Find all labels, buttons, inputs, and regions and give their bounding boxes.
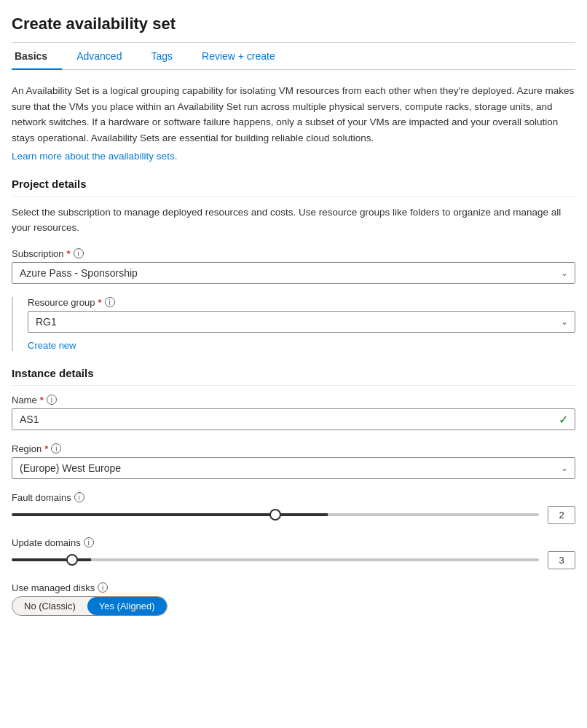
name-input-wrapper: ✓ [12, 408, 575, 430]
tabs-container: Basics Advanced Tags Review + create [12, 43, 575, 70]
update-domains-info-icon[interactable]: i [84, 537, 94, 547]
managed-disks-field-group: Use managed disks i No (Classic) Yes (Al… [12, 582, 575, 616]
availability-set-description: An Availability Set is a logical groupin… [12, 83, 575, 146]
fault-domains-field-group: Fault domains i 2 [12, 492, 575, 524]
resource-group-info-icon[interactable]: i [105, 297, 115, 307]
project-details-description: Select the subscription to manage deploy… [12, 205, 575, 235]
page-title: Create availability set [12, 15, 575, 33]
name-field-group: Name * i ✓ [12, 395, 575, 430]
region-select[interactable]: (Europe) West Europe [12, 457, 575, 479]
update-domains-slider[interactable] [12, 558, 539, 561]
subscription-field-group: Subscription * i Azure Pass - Sponsorshi… [12, 248, 575, 284]
managed-disks-option-yes[interactable]: Yes (Aligned) [87, 597, 167, 615]
managed-disks-option-no[interactable]: No (Classic) [12, 597, 87, 615]
resource-group-select-wrapper: RG1 ⌄ [28, 311, 575, 333]
fault-domains-info-icon[interactable]: i [74, 492, 84, 502]
region-select-wrapper: (Europe) West Europe ⌄ [12, 457, 575, 479]
name-required-star: * [40, 395, 44, 405]
resource-group-select[interactable]: RG1 [28, 311, 575, 333]
project-details-title: Project details [12, 178, 575, 190]
instance-details-title: Instance details [12, 367, 575, 379]
region-label: Region * i [12, 443, 575, 454]
update-domains-field-group: Update domains i 3 [12, 537, 575, 569]
tab-advanced[interactable]: Advanced [62, 43, 136, 69]
fault-domains-value: 2 [548, 506, 575, 524]
resource-group-required-star: * [98, 297, 102, 308]
fault-domains-label: Fault domains i [12, 492, 575, 503]
region-required-star: * [44, 443, 48, 454]
managed-disks-info-icon[interactable]: i [98, 582, 108, 593]
learn-more-link[interactable]: Learn more about the availability sets. [12, 151, 177, 162]
update-domains-label: Update domains i [12, 537, 575, 548]
create-new-resource-group-link[interactable]: Create new [28, 340, 76, 351]
resource-group-block: Resource group * i RG1 ⌄ Create new [12, 297, 575, 351]
name-info-icon[interactable]: i [47, 395, 57, 405]
name-valid-icon: ✓ [559, 412, 568, 426]
subscription-label: Subscription * i [12, 248, 575, 259]
resource-group-label: Resource group * i [28, 297, 575, 308]
managed-disks-toggle-group: No (Classic) Yes (Aligned) [12, 596, 168, 616]
tab-review-create[interactable]: Review + create [187, 43, 290, 69]
fault-domains-slider-container: 2 [12, 506, 575, 524]
update-domains-slider-container: 3 [12, 551, 575, 569]
subscription-select-wrapper: Azure Pass - Sponsorship ⌄ [12, 262, 575, 284]
fault-domains-slider[interactable] [12, 513, 539, 516]
region-info-icon[interactable]: i [51, 443, 61, 454]
name-input[interactable] [12, 408, 575, 430]
subscription-required-star: * [67, 248, 71, 259]
subscription-info-icon[interactable]: i [74, 248, 84, 258]
update-domains-value: 3 [548, 551, 575, 569]
name-label: Name * i [12, 395, 575, 405]
subscription-select[interactable]: Azure Pass - Sponsorship [12, 262, 575, 284]
managed-disks-label: Use managed disks i [12, 582, 575, 593]
region-field-group: Region * i (Europe) West Europe ⌄ [12, 443, 575, 479]
tab-basics[interactable]: Basics [12, 43, 62, 69]
tab-tags[interactable]: Tags [136, 43, 187, 69]
